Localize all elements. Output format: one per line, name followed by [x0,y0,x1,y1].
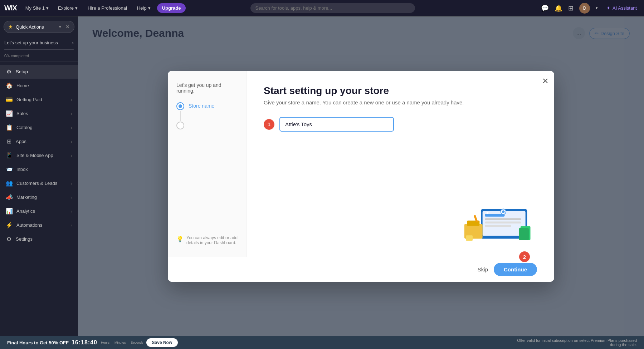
sidebar-navigation: ⚙ Setup 🏠 Home 💳 Getting Paid › 📈 Sales … [0,62,78,335]
sidebar-item-analytics[interactable]: 📊 Analytics › [0,204,78,218]
bottom-bar: Final Hours to Get 50% OFF 16:18:40 Hour… [0,336,644,349]
sidebar-item-label: Catalog [16,125,33,130]
site-selector-button[interactable]: My Site 1 ▾ [23,4,52,12]
setup-title[interactable]: Let's set up your business › [4,39,74,47]
notifications-icon[interactable]: 🔔 [555,4,562,12]
chat-icon[interactable]: 💬 [541,4,549,12]
chevron-right-icon: › [71,181,72,186]
automations-icon: ⚡ [6,222,13,228]
sidebar: ★ Quick Actions ▾ ✕ Let's set up your bu… [0,16,78,349]
modal-body: Let's get you up and running. Store name [168,71,554,257]
star-icon: ★ [8,24,13,30]
hours-label: Hours [101,341,109,344]
chevron-right-icon: › [71,195,72,200]
step-item-2 [176,122,238,129]
lightbulb-icon: 💡 [176,236,184,242]
sidebar-item-catalog[interactable]: 📋 Catalog › [0,121,78,134]
modal-title: Start setting up your store [264,85,537,97]
svg-rect-10 [519,228,529,240]
chevron-right-icon: › [71,139,72,144]
minutes-label: Minutes [114,341,126,344]
sidebar-item-label: Settings [16,236,33,242]
chevron-down-icon: ▾ [59,25,61,29]
quick-actions-button[interactable]: ★ Quick Actions ▾ ✕ [4,21,74,33]
chevron-right-icon: › [71,112,72,116]
chevron-right-icon: › [72,40,74,45]
sidebar-item-automations[interactable]: ⚡ Automations › [0,218,78,232]
sidebar-item-home[interactable]: 🏠 Home [0,79,78,93]
save-now-button[interactable]: Save Now [146,338,178,347]
ai-assistant-button[interactable]: ✦ AI Assistant [604,4,640,12]
seconds-label: Seconds [131,341,143,344]
modal-left-title: Let's get you up and running. [176,82,238,94]
step-list: Store name [176,102,238,129]
sidebar-item-label: Analytics [16,208,35,214]
step-1-circle [176,102,184,110]
home-icon: 🏠 [6,82,13,89]
sidebar-item-customers-leads[interactable]: 👥 Customers & Leads › [0,176,78,190]
svg-rect-2 [485,214,504,216]
sidebar-item-setup[interactable]: ⚙ Setup [0,65,78,79]
chevron-down-icon[interactable]: ▾ [596,6,598,10]
sidebar-item-label: Customers & Leads [16,181,57,186]
sidebar-item-getting-paid[interactable]: 💳 Getting Paid › [0,93,78,107]
step-item-1: Store name [176,102,238,122]
chevron-right-icon: › [71,153,72,158]
sidebar-item-apps[interactable]: ⊞ Apps › [0,134,78,148]
step-connector-line [180,111,181,121]
hire-professional-button[interactable]: Hire a Professional [84,4,131,12]
step-circle-wrap [176,102,184,122]
mobile-icon: 📱 [6,152,13,159]
continue-button[interactable]: Continue [494,263,537,276]
svg-rect-14 [466,235,473,241]
store-setup-modal: ✕ Let's get you up and running. Store na… [168,71,554,282]
top-navigation: WIX My Site 1 ▾ Explore ▾ Hire a Profess… [0,0,644,16]
bottom-bar-right: Offer valid for initial subscription on … [515,338,637,347]
avatar[interactable]: D [579,3,590,14]
site-name-label: My Site 1 [25,5,45,11]
sidebar-item-label: Sales [16,111,28,116]
svg-rect-5 [485,225,511,227]
ai-icon: ✦ [606,5,610,11]
modal-right-panel: Start setting up your store Give your st… [247,71,554,257]
setup-icon: ⚙ [6,68,12,75]
dashboard-icon[interactable]: ⊞ [568,4,574,12]
marketing-icon: 📣 [6,194,13,201]
close-icon[interactable]: ✕ [65,24,70,30]
help-button[interactable]: Help ▾ [133,4,154,12]
chevron-right-icon: › [71,223,72,227]
explore-button[interactable]: Explore ▾ [54,4,81,12]
sidebar-item-inbox[interactable]: 📨 Inbox [0,162,78,176]
timer-labels: Hours Minutes Seconds [101,341,143,344]
quick-actions-label: Quick Actions [16,24,44,30]
svg-rect-3 [485,218,521,220]
upgrade-button[interactable]: Upgrade [157,3,186,13]
countdown-timer: 16:18:40 [72,339,97,346]
sidebar-item-sales[interactable]: 📈 Sales › [0,107,78,121]
progress-text: 0/4 completed [4,54,29,58]
illustration-area [264,197,537,245]
setup-section: Let's set up your business › 0/4 complet… [0,36,78,62]
sidebar-item-settings[interactable]: ⚙ Settings [0,232,78,246]
sidebar-item-marketing[interactable]: 📣 Marketing › [0,190,78,204]
catalog-icon: 📋 [6,124,13,131]
sidebar-item-site-mobile[interactable]: 📱 Site & Mobile App › [0,148,78,162]
offer-text: Offer valid for initial subscription on … [517,338,637,347]
search-input[interactable] [250,3,415,13]
footer-step-number-badge: 2 [519,251,530,262]
step-1-label: Store name [189,102,214,109]
sidebar-item-label: Setup [16,69,28,74]
store-illustration [451,202,537,245]
modal-overlay: ✕ Let's get you up and running. Store na… [78,16,644,336]
nav-icons: 💬 🔔 ⊞ D ▾ ✦ AI Assistant [541,3,640,14]
sidebar-item-label: Apps [16,139,26,144]
modal-left-panel: Let's get you up and running. Store name [168,71,247,257]
modal-close-button[interactable]: ✕ [542,77,548,86]
sidebar-item-label: Automations [16,222,42,228]
sidebar-item-label: Home [16,83,29,88]
payment-icon: 💳 [6,96,13,103]
chevron-down-icon: ▾ [46,5,49,11]
step-2-circle [176,122,184,129]
skip-button[interactable]: Skip [478,266,488,272]
store-name-input[interactable] [279,117,394,132]
